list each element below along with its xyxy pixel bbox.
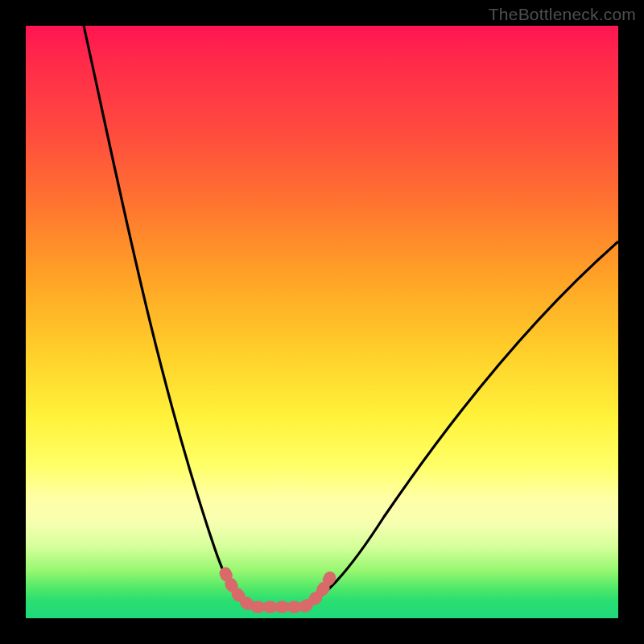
trough-marker	[225, 573, 330, 607]
chart-frame: TheBottleneck.com	[0, 0, 644, 644]
bottleneck-curve-svg	[26, 26, 618, 618]
curve-left-branch	[84, 26, 255, 608]
watermark-text: TheBottleneck.com	[489, 5, 636, 24]
plot-area	[26, 26, 618, 618]
curve-right-branch	[301, 242, 618, 608]
